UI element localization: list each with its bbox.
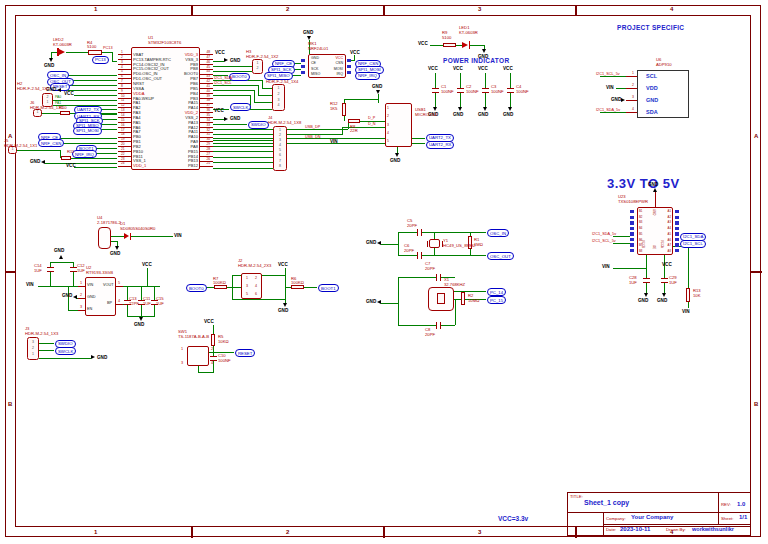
- wire[interactable]: [616, 88, 626, 89]
- net-flag-pc-15[interactable]: PC_15: [487, 296, 506, 304]
- wire[interactable]: [435, 73, 436, 88]
- wire[interactable]: [213, 140, 273, 141]
- wire[interactable]: [213, 124, 247, 125]
- wire[interactable]: [213, 157, 273, 158]
- gnd-arrow[interactable]: [508, 107, 512, 111]
- net-flag-pc13[interactable]: PC13: [92, 56, 109, 64]
- wire[interactable]: [112, 52, 113, 61]
- mk1-right-pads[interactable]: [347, 59, 351, 74]
- net-flag-osc-in[interactable]: OSC_IN: [487, 229, 509, 237]
- wire[interactable]: [430, 45, 443, 46]
- net-flag-spi1-mosi[interactable]: SPI1_MOSI: [73, 127, 102, 135]
- diode-icon[interactable]: [124, 233, 129, 239]
- gnd-arrow[interactable]: [91, 355, 95, 359]
- mcu-pin[interactable]: 24VDD_1: [133, 163, 166, 168]
- wire[interactable]: [198, 372, 214, 373]
- resistor-r5[interactable]: [211, 334, 215, 346]
- wire[interactable]: [304, 287, 317, 288]
- wire[interactable]: [470, 45, 484, 46]
- wire[interactable]: [470, 232, 486, 233]
- j2-body[interactable]: [241, 273, 262, 299]
- decoupling-cap[interactable]: VCC C2 100NF GND: [449, 66, 474, 124]
- wire[interactable]: [613, 268, 646, 269]
- wire[interactable]: [53, 100, 117, 101]
- capacitor-icon[interactable]: [507, 88, 514, 93]
- wire[interactable]: [17, 150, 60, 151]
- wire[interactable]: [398, 255, 417, 256]
- wire[interactable]: [213, 146, 273, 147]
- wire[interactable]: [213, 85, 258, 86]
- led-icon[interactable]: [469, 41, 471, 49]
- wire[interactable]: [213, 361, 214, 372]
- u23-left-pads[interactable]: [630, 210, 634, 252]
- u6-pin[interactable]: 3GND: [638, 94, 688, 106]
- wire[interactable]: [441, 325, 455, 326]
- wire[interactable]: [435, 93, 436, 107]
- mcu-pin[interactable]: 25PB12: [165, 163, 198, 168]
- wire[interactable]: [213, 95, 250, 96]
- net-flag-spi1-miso[interactable]: SPI1_MISO: [264, 72, 293, 80]
- gnd-arrow[interactable]: [73, 295, 77, 299]
- header-j4[interactable]: 12345678: [273, 126, 287, 171]
- wire[interactable]: [227, 287, 241, 288]
- gnd-arrow[interactable]: [376, 90, 380, 94]
- wire[interactable]: [60, 143, 117, 144]
- gnd-arrow[interactable]: [483, 107, 487, 111]
- header-h1[interactable]: 1234: [272, 84, 285, 111]
- net-flag-swclk[interactable]: SWCLK: [55, 347, 76, 355]
- gnd-arrow[interactable]: [653, 188, 657, 192]
- crystal-y1[interactable]: [429, 239, 440, 248]
- wire[interactable]: [45, 163, 117, 164]
- net-flag-swclk[interactable]: SWCLK: [230, 103, 251, 111]
- gnd-arrow[interactable]: [395, 153, 399, 157]
- net-flag-boot0[interactable]: BOOT0: [186, 284, 207, 292]
- net-flag-boot0[interactable]: BOOT0: [229, 73, 250, 81]
- mk1-left-pads[interactable]: [301, 59, 305, 74]
- capacitor-icon[interactable]: [417, 252, 422, 259]
- wire[interactable]: [470, 255, 486, 256]
- wire[interactable]: [398, 232, 417, 233]
- wire[interactable]: [646, 255, 647, 278]
- wire[interactable]: [262, 80, 263, 88]
- wire[interactable]: [250, 109, 272, 110]
- wire[interactable]: [344, 99, 378, 100]
- resistor-r10[interactable]: [60, 111, 70, 115]
- wire[interactable]: [351, 60, 355, 61]
- wire[interactable]: [102, 52, 112, 53]
- wire[interactable]: [664, 283, 665, 293]
- wire[interactable]: [147, 268, 148, 286]
- resistor-r4[interactable]: [88, 50, 102, 55]
- wire[interactable]: [112, 61, 117, 62]
- wire[interactable]: [66, 52, 88, 53]
- resistor-r13[interactable]: [686, 288, 690, 302]
- wire[interactable]: [213, 61, 224, 62]
- wire[interactable]: [613, 236, 630, 237]
- wire[interactable]: [50, 262, 73, 263]
- wire[interactable]: [344, 116, 345, 121]
- wire[interactable]: [70, 85, 117, 86]
- wire[interactable]: [141, 286, 142, 301]
- gnd-arrow[interactable]: [139, 317, 143, 321]
- net-flag-reset[interactable]: RESET: [235, 349, 255, 357]
- wire[interactable]: [398, 232, 399, 255]
- net-flag-uart2-rx[interactable]: UART2_RX: [426, 141, 454, 149]
- gnd-arrow[interactable]: [644, 293, 648, 297]
- led-icon[interactable]: [59, 49, 65, 55]
- gnd-arrow[interactable]: [115, 246, 119, 250]
- wire[interactable]: [381, 244, 398, 245]
- diode-icon[interactable]: [130, 233, 132, 240]
- wire[interactable]: [127, 305, 128, 316]
- wire[interactable]: [688, 302, 689, 308]
- sw1-body[interactable]: [187, 346, 209, 366]
- wire[interactable]: [434, 232, 435, 239]
- gnd-arrow[interactable]: [59, 255, 63, 259]
- wire[interactable]: [422, 232, 470, 233]
- net-flag-osc-out[interactable]: OSC_OUT: [487, 252, 514, 260]
- capacitor-icon[interactable]: [482, 88, 489, 93]
- wire[interactable]: [398, 277, 436, 278]
- net-flag-nrf-csn[interactable]: NRF_CSN: [38, 139, 64, 147]
- wire[interactable]: [342, 127, 343, 135]
- gnd-arrow[interactable]: [377, 241, 381, 245]
- wire[interactable]: [485, 93, 486, 107]
- gnd-arrow[interactable]: [49, 58, 53, 62]
